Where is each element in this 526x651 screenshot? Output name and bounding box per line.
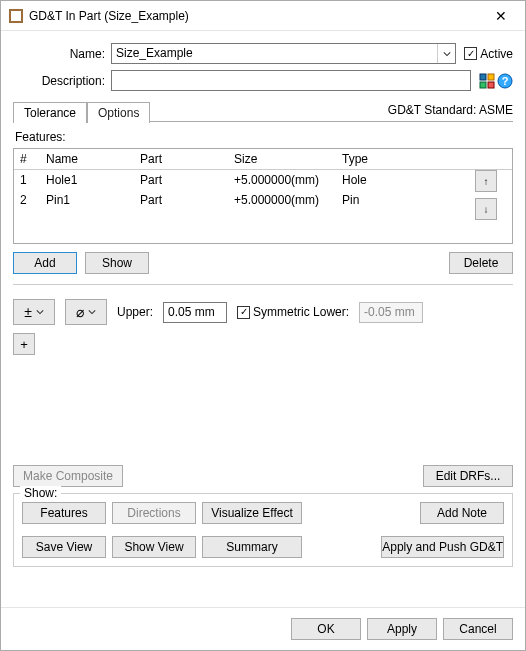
show-buttons: Features Directions Visualize Effect Add… [22, 502, 504, 558]
description-input[interactable] [111, 70, 471, 91]
svg-rect-3 [488, 82, 494, 88]
window-title: GD&T In Part (Size_Example) [29, 9, 479, 23]
col-type[interactable]: Type [342, 152, 402, 166]
col-part[interactable]: Part [140, 152, 234, 166]
make-composite-button[interactable]: Make Composite [13, 465, 123, 487]
svg-text:?: ? [502, 75, 509, 87]
reorder-arrows: ↑ ↓ [475, 170, 497, 220]
apply-push-button[interactable]: Apply and Push GD&T [381, 536, 504, 558]
diameter-dropdown[interactable]: ⌀ [65, 299, 107, 325]
help-icon[interactable]: ? [497, 73, 513, 89]
active-checkbox[interactable]: ✓ Active [464, 47, 513, 61]
checkbox-icon: ✓ [237, 306, 250, 319]
description-row: Description: ? [13, 70, 513, 91]
dialog-window: GD&T In Part (Size_Example) ✕ Name: Size… [0, 0, 526, 651]
content-area: Name: Size_Example ✓ Active Description: [1, 31, 525, 607]
save-view-button[interactable]: Save View [22, 536, 106, 558]
upper-input[interactable] [163, 302, 227, 323]
table-row[interactable]: 1 Hole1 Part +5.000000(mm) Hole [14, 170, 512, 190]
show-button[interactable]: Show [85, 252, 149, 274]
chevron-down-icon [36, 308, 44, 316]
grid-header: # Name Part Size Type [14, 149, 512, 170]
name-label: Name: [13, 47, 111, 61]
close-button[interactable]: ✕ [479, 2, 523, 30]
show-directions-button[interactable]: Directions [112, 502, 196, 524]
summary-button[interactable]: Summary [202, 536, 302, 558]
separator [13, 284, 513, 285]
move-up-button[interactable]: ↑ [475, 170, 497, 192]
description-label: Description: [13, 74, 111, 88]
symmetric-label: Symmetric Lower: [253, 305, 349, 319]
table-row[interactable]: 2 Pin1 Part +5.000000(mm) Pin [14, 190, 512, 210]
col-num[interactable]: # [20, 152, 46, 166]
show-features-button[interactable]: Features [22, 502, 106, 524]
move-down-button[interactable]: ↓ [475, 198, 497, 220]
lower-input [359, 302, 423, 323]
svg-rect-2 [480, 82, 486, 88]
apply-button[interactable]: Apply [367, 618, 437, 640]
col-size[interactable]: Size [234, 152, 342, 166]
features-label: Features: [15, 130, 513, 144]
grid-icon[interactable] [479, 73, 495, 89]
add-tolerance-button[interactable]: + [13, 333, 35, 355]
description-tools: ? [477, 73, 513, 89]
delete-button[interactable]: Delete [449, 252, 513, 274]
ok-button[interactable]: OK [291, 618, 361, 640]
tab-tolerance[interactable]: Tolerance [13, 102, 87, 123]
cancel-button[interactable]: Cancel [443, 618, 513, 640]
show-view-button[interactable]: Show View [112, 536, 196, 558]
name-row: Name: Size_Example ✓ Active [13, 43, 513, 64]
name-combo[interactable]: Size_Example [111, 43, 456, 64]
features-grid[interactable]: # Name Part Size Type 1 Hole1 Part +5.00… [13, 148, 513, 244]
upper-label: Upper: [117, 305, 153, 319]
edit-drfs-button[interactable]: Edit DRFs... [423, 465, 513, 487]
standard-label: GD&T Standard: ASME [388, 103, 513, 122]
svg-rect-0 [480, 74, 486, 80]
col-name[interactable]: Name [46, 152, 140, 166]
active-label: Active [480, 47, 513, 61]
feature-buttons: Add Show Delete [13, 252, 513, 274]
add-note-button[interactable]: Add Note [420, 502, 504, 524]
close-icon: ✕ [495, 8, 507, 24]
features-area: # Name Part Size Type 1 Hole1 Part +5.00… [13, 148, 513, 244]
add-button[interactable]: Add [13, 252, 77, 274]
show-legend: Show: [20, 486, 61, 500]
name-value: Size_Example [112, 44, 437, 63]
tab-strip: Tolerance Options GD&T Standard: ASME [13, 101, 513, 122]
tab-body: Features: # Name Part Size Type 1 Hole1 … [13, 122, 513, 487]
plus-minus-icon: ± [24, 304, 32, 320]
chevron-down-icon[interactable] [437, 44, 455, 63]
checkbox-icon: ✓ [464, 47, 477, 60]
dialog-footer: OK Apply Cancel [1, 607, 525, 650]
visualize-effect-button[interactable]: Visualize Effect [202, 502, 302, 524]
app-icon [9, 9, 23, 23]
plus-minus-dropdown[interactable]: ± [13, 299, 55, 325]
tab-options[interactable]: Options [87, 102, 150, 123]
svg-rect-1 [488, 74, 494, 80]
chevron-down-icon [88, 308, 96, 316]
symmetric-checkbox[interactable]: ✓ Symmetric Lower: [237, 305, 349, 319]
diameter-icon: ⌀ [76, 304, 84, 320]
tolerance-row: ± ⌀ Upper: ✓ Symmetric Lower: [13, 299, 513, 325]
show-fieldset: Show: Features Directions Visualize Effe… [13, 493, 513, 567]
composite-row: Make Composite Edit DRFs... [13, 465, 513, 487]
titlebar: GD&T In Part (Size_Example) ✕ [1, 1, 525, 31]
